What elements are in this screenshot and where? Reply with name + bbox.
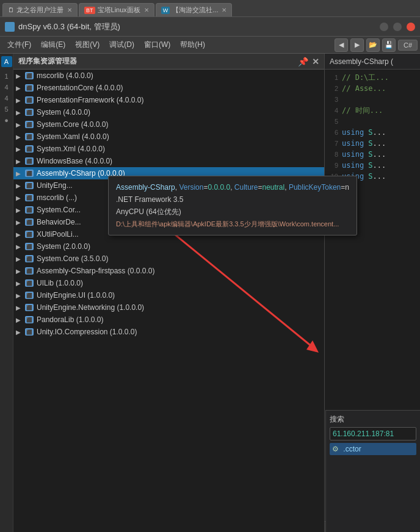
toolbar-back-button[interactable]: ◀	[335, 38, 348, 52]
assembly-item-csharp-firstpass[interactable]: ▶ ⬛ Assembly-CSharp-firstpass (0.0.0.0)	[13, 265, 324, 277]
assembly-item-unityenginenet[interactable]: ▶ ⬛ UnityEngine.Networking (1.0.0.0)	[13, 301, 324, 314]
assembly-icon-presentationframework: ⬛	[24, 96, 34, 104]
expand-arrow-systemcore350: ▶	[16, 256, 24, 262]
assembly-icon-system200: ⬛	[24, 242, 34, 251]
expand-arrow-unityeng: ▶	[16, 182, 24, 189]
assembly-item-system[interactable]: ▶ ⬛ System (4.0.0.0)	[13, 106, 324, 118]
menu-edit[interactable]: 编辑(E)	[36, 37, 70, 52]
tab-close-1[interactable]: ✕	[67, 7, 72, 13]
code-line-4: 4 // 时间...	[325, 105, 420, 116]
minimize-button[interactable]	[380, 23, 388, 31]
menu-view[interactable]: 视图(V)	[70, 37, 104, 52]
title-bar: dnSpy v6.0.3 (64-bit, 管理员)	[0, 17, 420, 37]
expand-arrow-presentationframework: ▶	[16, 97, 24, 104]
sidebar-icon-4[interactable]: 5	[1, 104, 12, 115]
panel-pin-button[interactable]: 📌	[298, 57, 308, 66]
expand-arrow-xutlipool: ▶	[16, 231, 24, 238]
expand-arrow-systemxml: ▶	[16, 146, 24, 153]
search-result[interactable]: ⚙ .cctor	[330, 443, 416, 455]
tab-icon-2: BT	[84, 7, 95, 14]
assembly-item-presentationframework[interactable]: ▶ ⬛ PresentationFramework (4.0.0.0)	[13, 94, 324, 106]
expand-arrow-systemcor: ▶	[16, 207, 24, 214]
sidebar-icon-2[interactable]: 4	[1, 82, 12, 93]
code-panel-header: Assembly-CSharp (	[325, 54, 420, 70]
assembly-icon-system: ⬛	[24, 108, 34, 117]
tooltip-assembly-name: Assembly-CSharp	[116, 183, 175, 192]
app-title: dnSpy v6.0.3 (64-bit, 管理员)	[18, 21, 120, 32]
assembly-item-windowsbase[interactable]: ▶ ⬛ WindowsBase (4.0.0.0)	[13, 155, 324, 167]
assembly-icon-presentationcore: ⬛	[24, 84, 34, 92]
assembly-icon-systemxaml: ⬛	[24, 132, 34, 141]
toolbar-forward-button[interactable]: ▶	[350, 38, 364, 52]
assembly-icon-uilib: ⬛	[24, 279, 34, 287]
sidebar-icon-3[interactable]: 4	[1, 93, 12, 104]
assembly-icon-windowsbase: ⬛	[24, 157, 34, 165]
panel-close-button[interactable]: ✕	[312, 57, 319, 66]
menu-debug[interactable]: 调试(D)	[104, 37, 139, 52]
expand-arrow-mscorlib2: ▶	[16, 195, 24, 201]
code-line-1: 1 // D:\工...	[325, 72, 420, 83]
assembly-item-presentationcore[interactable]: ▶ ⬛ PresentationCore (4.0.0.0)	[13, 82, 324, 94]
assembly-item-system200[interactable]: ▶ ⬛ System (2.0.0.0)	[13, 240, 324, 253]
assembly-item-systemxaml[interactable]: ▶ ⬛ System.Xaml (4.0.0.0)	[13, 131, 324, 143]
assembly-icon-csharp: ⬛	[24, 169, 34, 178]
tooltip-framework-line: .NET Framework 3.5	[116, 193, 349, 206]
assembly-item-unityengineui[interactable]: ▶ ⬛ UnityEngine.UI (1.0.0.0)	[13, 289, 324, 301]
assembly-icon-csharp-firstpass: ⬛	[24, 267, 34, 275]
assembly-icon-unityengineui: ⬛	[24, 291, 34, 300]
toolbar-open-button[interactable]: 📂	[366, 38, 380, 52]
expand-arrow-windowsbase: ▶	[16, 158, 24, 165]
menu-file[interactable]: 文件(F)	[2, 37, 36, 52]
assembly-item-systemxml[interactable]: ▶ ⬛ System.Xml (4.0.0.0)	[13, 143, 324, 155]
expand-arrow-presentationcore: ▶	[16, 85, 24, 92]
toolbar-save-button[interactable]: 💾	[382, 38, 396, 52]
expand-arrow-unityenginenet: ▶	[16, 304, 24, 311]
assembly-icon-unityio: ⬛	[24, 328, 34, 336]
assembly-item-systemcore[interactable]: ▶ ⬛ System.Core (4.0.0.0)	[13, 118, 324, 131]
tab-baota[interactable]: BT 宝塔Linux面板 ✕	[79, 3, 154, 16]
menu-help[interactable]: 帮助(H)	[175, 37, 210, 52]
language-selector[interactable]: C#	[398, 40, 418, 51]
code-line-6: 6 using S...	[325, 127, 420, 138]
code-line-9: 9 using S...	[325, 160, 420, 171]
content-row: A 1 4 4 5 ● 程序集资源管理器 📌 ✕ ▶ ⬛ mscorlib (4…	[0, 54, 420, 532]
expand-arrow-uilib: ▶	[16, 280, 24, 287]
code-line-7: 7 using S...	[325, 138, 420, 149]
assembly-icon-xutlipool: ⬛	[24, 230, 34, 239]
sidebar-icon-5[interactable]: ●	[1, 115, 12, 126]
assembly-item-systemcore350[interactable]: ▶ ⬛ System.Core (3.5.0.0)	[13, 253, 324, 265]
tab-icon-1: 🗒	[8, 7, 14, 13]
assembly-item-pandoralib[interactable]: ▶ ⬛ PandoraLib (1.0.0.0)	[13, 314, 324, 326]
tooltip-popup: Assembly-CSharp, Version=0.0.0.0, Cultur…	[108, 176, 357, 235]
tab-close-2[interactable]: ✕	[144, 7, 149, 13]
expand-arrow-mscorlib: ▶	[16, 73, 24, 79]
assembly-item-mscorlib[interactable]: ▶ ⬛ mscorlib (4.0.0.0)	[13, 70, 324, 82]
maximize-button[interactable]	[393, 23, 402, 31]
assembly-icon-systemcor: ⬛	[24, 206, 34, 214]
assembly-item-unityio[interactable]: ▶ ⬛ Unity.IO.Compression (1.0.0.0)	[13, 326, 324, 338]
expand-arrow-system200: ▶	[16, 243, 24, 250]
menu-window[interactable]: 窗口(W)	[139, 37, 175, 52]
search-panel: 搜索 61.160.211.187:81 ⚙ .cctor	[325, 410, 420, 532]
code-line-3: 3	[325, 94, 420, 105]
tab-taoyou[interactable]: W 【淘游交流社... ✕	[156, 3, 233, 16]
code-line-5: 5	[325, 116, 420, 127]
expand-arrow-system: ▶	[16, 109, 24, 116]
assembly-panel-title: 程序集资源管理器	[18, 56, 77, 66]
search-ip: 61.160.211.187:81	[330, 427, 416, 440]
menu-bar: 文件(F) 编辑(E) 视图(V) 调试(D) 窗口(W) 帮助(H) ◀ ▶ …	[0, 37, 420, 54]
assembly-icon-systemcore350: ⬛	[24, 254, 34, 263]
close-button[interactable]	[407, 23, 415, 31]
assembly-icon-pandoralib: ⬛	[24, 315, 34, 324]
tab-dragon-valley[interactable]: 🗒 龙之谷用户注册 ✕	[2, 3, 78, 16]
expand-arrow-unityio: ▶	[16, 329, 24, 336]
tab-icon-3: W	[161, 7, 170, 14]
sidebar-assembly-icon[interactable]: A	[1, 56, 12, 67]
assembly-item-uilib[interactable]: ▶ ⬛ UILib (1.0.0.0)	[13, 277, 324, 289]
tooltip-path-line: D:\上具和组件\apk编辑器\ApkIDE最新3.3.5少月增强版\Work\…	[116, 218, 349, 230]
sidebar-icon-1[interactable]: 1	[1, 71, 12, 82]
assembly-list: ▶ ⬛ mscorlib (4.0.0.0) ▶ ⬛ PresentationC…	[13, 70, 324, 532]
code-line-2: 2 // Asse...	[325, 83, 420, 94]
tab-close-3[interactable]: ✕	[222, 7, 226, 13]
code-panel: Assembly-CSharp ( 1 // D:\工... 2 // Asse…	[325, 54, 420, 532]
